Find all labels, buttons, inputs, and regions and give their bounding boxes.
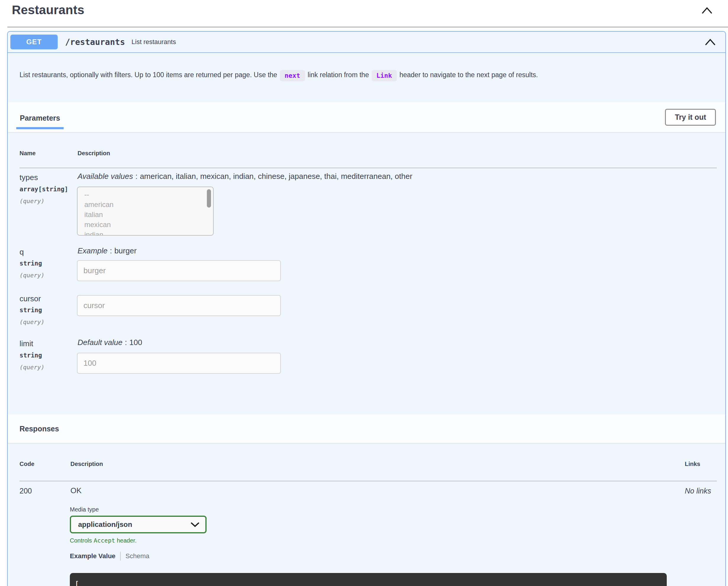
description-text: List restaurants, optionally with filter… — [20, 71, 277, 79]
code-line: [ — [75, 578, 667, 586]
param-name-cursor: cursor — [20, 294, 41, 303]
tab-divider — [120, 552, 121, 561]
inline-code-next: next — [280, 70, 305, 81]
param-available-values: Available values:american, italian, mexi… — [78, 172, 412, 181]
column-header-name: Name — [20, 150, 35, 157]
example-value: burger — [114, 246, 136, 255]
tab-example-value[interactable]: Example Value — [70, 552, 116, 560]
available-values-list: american, italian, mexican, indian, chin… — [140, 172, 412, 181]
hint-accept-code: Accept — [94, 537, 115, 544]
param-in-limit: (query) — [20, 364, 44, 371]
swagger-api-page: Restaurants GET /restaurants List restau… — [0, 0, 728, 586]
opblock-collapse-button[interactable] — [704, 37, 717, 47]
chevron-down-icon — [191, 522, 199, 527]
param-in-cursor: (query) — [20, 318, 44, 325]
param-type-types: array[string] — [20, 186, 68, 193]
responses-title: Responses — [20, 425, 59, 433]
option-mexican[interactable]: mexican — [84, 220, 213, 230]
response-description: OK — [70, 486, 82, 495]
option-empty[interactable]: -- — [84, 189, 213, 199]
listbox-scrollbar-thumb[interactable] — [207, 189, 211, 208]
endpoint-description: List restaurants, optionally with filter… — [8, 53, 725, 102]
page-title: Restaurants — [12, 3, 84, 17]
parameters-section-header: Parameters Try it out — [8, 102, 725, 132]
column-header-description: Description — [78, 150, 110, 157]
try-it-out-button[interactable]: Try it out — [665, 109, 716, 126]
column-header-description: Description — [70, 461, 103, 468]
opblock-get-restaurants: GET /restaurants List restaurants List r… — [7, 31, 726, 586]
colon: : — [110, 246, 112, 255]
param-in-q: (query) — [20, 272, 44, 279]
option-american[interactable]: american — [84, 199, 213, 210]
endpoint-summary-text: List restaurants — [131, 38, 176, 46]
column-header-code: Code — [20, 461, 34, 468]
responses-table: Code Description Links 200 OK No links M… — [8, 443, 725, 586]
endpoint-path: /restaurants — [65, 37, 125, 47]
cursor-input[interactable] — [77, 295, 281, 316]
param-default-line: Default value:100 — [78, 338, 142, 347]
param-name-types: types — [20, 173, 38, 182]
tab-schema[interactable]: Schema — [125, 552, 149, 560]
tab-parameters[interactable]: Parameters — [16, 114, 64, 129]
chevron-up-icon — [701, 6, 712, 14]
hint-suffix: header. — [117, 537, 137, 544]
colon: : — [125, 338, 127, 347]
types-options: -- american italian mexican indian — [78, 187, 213, 236]
media-type-value: application/json — [78, 521, 132, 529]
types-multiselect[interactable]: -- american italian mexican indian — [77, 187, 214, 236]
limit-input[interactable] — [77, 353, 281, 374]
model-example-tabs: Example Value Schema — [70, 552, 149, 561]
option-italian[interactable]: italian — [84, 210, 213, 220]
q-input[interactable] — [77, 260, 281, 281]
media-type-select[interactable]: application/json — [70, 516, 206, 533]
param-name-q: q — [20, 247, 24, 257]
param-name-limit: limit — [20, 339, 33, 348]
column-header-links: Links — [685, 461, 700, 468]
accept-header-hint: ControlsAcceptheader. — [70, 537, 136, 544]
parameters-table: Name Description types array[string] (qu… — [8, 132, 725, 415]
hint-prefix: Controls — [70, 537, 92, 544]
example-label: Example — [78, 246, 107, 255]
section-collapse-button[interactable] — [701, 6, 713, 15]
param-type-q: string — [20, 260, 42, 267]
inline-code-link: Link — [372, 70, 397, 81]
description-text: link relation from the — [308, 71, 369, 79]
opblock-summary[interactable]: GET /restaurants List restaurants — [8, 32, 725, 53]
example-json-code-block: [ { — [70, 573, 667, 586]
responses-section-header: Responses — [8, 415, 725, 443]
response-links: No links — [685, 487, 711, 495]
option-indian[interactable]: indian — [84, 230, 213, 236]
http-method-badge: GET — [10, 34, 58, 49]
section-divider — [7, 27, 728, 27]
section-header: Restaurants — [0, 0, 728, 27]
colon: : — [135, 172, 137, 181]
param-in-types: (query) — [20, 197, 44, 205]
description-text: header to navigate to the next page of r… — [400, 71, 538, 79]
table-header-divider — [20, 481, 717, 481]
chevron-up-icon — [705, 38, 716, 46]
param-type-limit: string — [20, 352, 42, 359]
param-type-cursor: string — [20, 307, 42, 314]
param-example-line: Example:burger — [78, 246, 137, 256]
default-value: 100 — [129, 338, 142, 347]
available-values-label: Available values — [78, 172, 133, 181]
table-header-divider — [20, 168, 717, 168]
media-type-label: Media type — [70, 506, 99, 513]
default-value-label: Default value — [78, 338, 123, 347]
response-code-200: 200 — [20, 487, 32, 495]
